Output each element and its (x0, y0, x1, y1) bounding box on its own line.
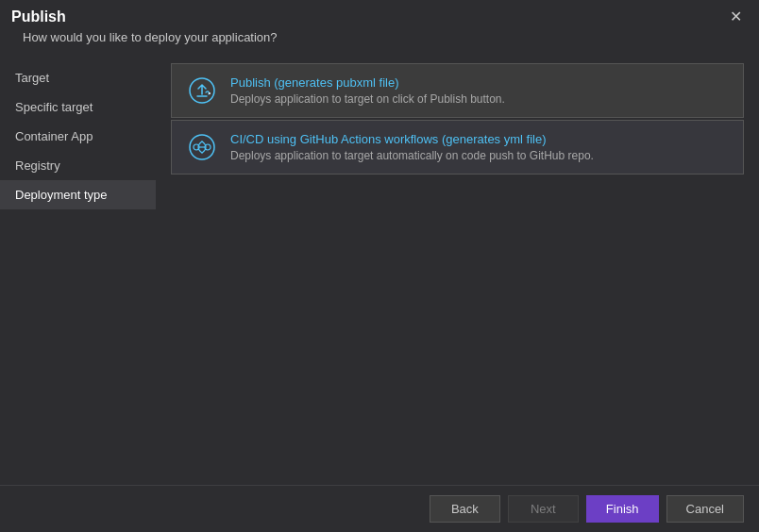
dialog-subtitle: How would you like to deploy your applic… (0, 30, 759, 56)
svg-point-1 (209, 92, 211, 94)
finish-button[interactable]: Finish (586, 495, 659, 523)
publish-dialog: Publish ✕ How would you like to deploy y… (0, 0, 759, 532)
option-text-cicd-github: CI/CD using GitHub Actions workflows (ge… (230, 132, 594, 162)
option-desc-publish-pubxml: Deploys application to target on click o… (230, 92, 505, 106)
publish-icon (187, 75, 217, 106)
sidebar-item-target[interactable]: Target (0, 63, 156, 92)
cancel-button[interactable]: Cancel (666, 495, 744, 523)
close-button[interactable]: ✕ (724, 8, 748, 26)
dialog-body: TargetSpecific targetContainer AppRegist… (0, 56, 759, 485)
sidebar: TargetSpecific targetContainer AppRegist… (0, 56, 156, 485)
option-text-publish-pubxml: Publish (generates pubxml file)Deploys a… (230, 75, 505, 106)
title-bar: Publish ✕ (0, 0, 759, 30)
option-title-cicd-github: CI/CD using GitHub Actions workflows (ge… (230, 132, 594, 146)
dialog-title: Publish (11, 8, 66, 25)
sidebar-item-registry[interactable]: Registry (0, 151, 156, 180)
cicd-icon (187, 132, 217, 162)
footer: Back Next Finish Cancel (0, 485, 759, 532)
sidebar-item-deployment-type[interactable]: Deployment type (0, 180, 156, 209)
next-button[interactable]: Next (508, 495, 579, 523)
sidebar-item-specific-target[interactable]: Specific target (0, 92, 156, 122)
option-card-cicd-github[interactable]: CI/CD using GitHub Actions workflows (ge… (171, 120, 744, 175)
content-area: Publish (generates pubxml file)Deploys a… (156, 56, 759, 485)
option-desc-cicd-github: Deploys application to target automatica… (230, 149, 594, 162)
back-button[interactable]: Back (430, 495, 500, 523)
option-title-publish-pubxml: Publish (generates pubxml file) (230, 75, 505, 90)
option-card-publish-pubxml[interactable]: Publish (generates pubxml file)Deploys a… (171, 63, 744, 118)
sidebar-item-container-app[interactable]: Container App (0, 122, 156, 151)
